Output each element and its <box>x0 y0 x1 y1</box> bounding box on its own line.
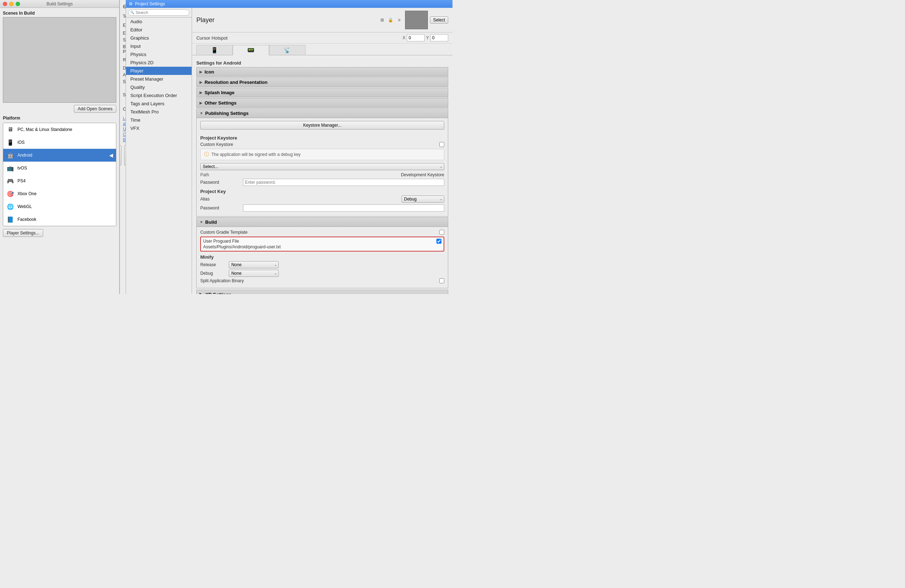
custom-keystore-checkbox[interactable] <box>439 142 444 147</box>
release-select[interactable]: None ProGuard Gradle <box>229 261 279 268</box>
sidebar-item-vfx[interactable]: VFX <box>126 124 192 132</box>
custom-keystore-row: Custom Keystore <box>200 142 444 147</box>
keystore-manager-button[interactable]: Keystore Manager... <box>200 121 444 130</box>
platform-item-ios[interactable]: 📱 iOS <box>3 136 116 149</box>
custom-gradle-label: Custom Gradle Template <box>200 230 437 235</box>
etc2-fallback-label: ETC2 fallback <box>123 23 126 28</box>
other-settings-header[interactable]: ▶ Other Settings <box>196 98 448 108</box>
platform-item-ps4[interactable]: 🎮 PS4 <box>3 174 116 187</box>
resolution-section-header[interactable]: ▶ Resolution and Presentation <box>196 78 448 87</box>
development-build-label: Development Build <box>123 66 126 71</box>
sidebar-item-audio[interactable]: Audio <box>126 17 192 26</box>
minimize-btn[interactable] <box>9 2 14 6</box>
xr-settings-section[interactable]: ▶ XR Settings <box>196 290 448 294</box>
platform-tab-android[interactable]: 📟 <box>233 45 269 55</box>
split-app-binary-label: Split Application Binary <box>200 278 437 283</box>
platform-item-pc[interactable]: 🖥 PC, Mac & Linux Standalone <box>3 123 116 136</box>
tvos-icon: 📺 <box>6 164 14 172</box>
sidebar-item-graphics[interactable]: Graphics <box>126 34 192 42</box>
resolution-section: ▶ Resolution and Presentation <box>196 78 448 87</box>
player-header: Player ⊞ 🔒 ≡ Select <box>192 8 452 32</box>
lock-icon[interactable]: 🔒 <box>387 16 394 24</box>
custom-gradle-checkbox[interactable] <box>439 230 444 235</box>
cursor-hotspot-x-input[interactable] <box>407 34 425 41</box>
platform-label-ios: iOS <box>17 140 113 145</box>
window-controls <box>3 2 20 6</box>
key-password-input[interactable] <box>243 204 444 212</box>
debug-select-wrapper: None ProGuard Gradle <box>229 270 279 277</box>
sidebar-item-player[interactable]: Player <box>126 67 192 75</box>
android-settings-panel: 🤖 Android Texture Compression Don't over… <box>119 0 126 294</box>
password-row: Password <box>200 179 444 186</box>
sidebar-item-input[interactable]: Input <box>126 42 192 50</box>
sidebar-item-physics2d[interactable]: Physics 2D <box>126 59 192 67</box>
menu-icon[interactable]: ≡ <box>396 16 403 24</box>
xr-settings-label: XR Settings <box>205 292 231 294</box>
release-label: Release <box>200 262 229 267</box>
webgl-icon: 🌐 <box>6 202 14 211</box>
platform-item-xboxone[interactable]: 🎯 Xbox One <box>3 187 116 200</box>
sidebar-item-script-execution-order[interactable]: Script Execution Order <box>126 91 192 100</box>
sidebar-item-textmesh-pro[interactable]: TextMesh Pro <box>126 108 192 116</box>
platform-item-webgl[interactable]: 🌐 WebGL <box>3 200 116 213</box>
search-input[interactable] <box>128 9 189 16</box>
icon-section: ▶ Icon <box>196 67 448 77</box>
android-icon: 🤖 <box>6 151 14 160</box>
maximize-btn[interactable] <box>16 2 20 6</box>
password-label: Password <box>200 180 243 185</box>
scenes-area <box>3 17 116 103</box>
icon-section-header[interactable]: ▶ Icon <box>196 67 448 77</box>
project-settings-title: Project Settings <box>135 2 165 6</box>
sidebar-item-time[interactable]: Time <box>126 116 192 124</box>
build-app-bundle-label: Build App Bundle (Google Play) <box>123 44 126 54</box>
y-label: Y <box>426 35 429 40</box>
build-button[interactable]: Build <box>119 145 121 166</box>
scenes-in-build-label: Scenes In Build <box>3 11 116 16</box>
user-proguard-checkbox[interactable] <box>437 239 441 244</box>
add-open-scenes-button[interactable]: Add Open Scenes <box>74 105 116 113</box>
sidebar-item-preset-manager[interactable]: Preset Manager <box>126 75 192 83</box>
compression-method-label: Compression Method <box>123 107 126 112</box>
close-btn[interactable] <box>3 2 7 6</box>
facebook-icon: 📘 <box>6 215 14 224</box>
export-project-label: Export Project <box>123 31 126 36</box>
path-row: Path Development Keystore <box>200 172 444 178</box>
platform-tab-mobile[interactable]: 📱 <box>196 45 233 55</box>
sidebar-item-physics[interactable]: Physics <box>126 50 192 59</box>
select-button[interactable]: Select <box>430 16 448 24</box>
sidebar-item-tags-and-layers[interactable]: Tags and Layers <box>126 100 192 108</box>
player-settings-main: Player ⊞ 🔒 ≡ Select Cursor Hotspot X <box>192 8 452 294</box>
platform-label-xboxone: Xbox One <box>17 191 113 196</box>
sidebar-item-editor[interactable]: Editor <box>126 26 192 34</box>
platform-label-pc: PC, Mac & Linux Standalone <box>17 127 113 132</box>
splash-label: Splash Image <box>205 90 235 95</box>
platform-list: 🖥 PC, Mac & Linux Standalone 📱 iOS 🤖 And… <box>3 123 116 226</box>
splash-section-header[interactable]: ▶ Splash Image <box>196 88 448 97</box>
platform-tab-other[interactable]: 📡 <box>269 45 305 55</box>
alias-select[interactable]: Debug <box>402 195 444 203</box>
platform-label: Platform <box>3 116 116 120</box>
platform-label-webgl: WebGL <box>17 204 113 209</box>
platform-item-facebook[interactable]: 📘 Facebook <box>3 213 116 226</box>
password-input[interactable] <box>243 179 444 186</box>
run-device-label: Run Device <box>123 57 126 62</box>
other-settings-label: Other Settings <box>205 100 237 106</box>
project-key-header: Project Key <box>200 189 444 194</box>
platform-item-android[interactable]: 🤖 Android ◀ <box>3 149 116 162</box>
player-settings-button[interactable]: Player Settings... <box>3 229 43 237</box>
cloud-build-link[interactable]: Learn about Unity Cloud Build <box>123 116 126 143</box>
cursor-hotspot-y-input[interactable] <box>430 34 448 41</box>
split-app-binary-checkbox[interactable] <box>439 278 444 283</box>
keystore-select-wrapper: Select... <box>200 163 444 170</box>
build-section-header[interactable]: ▼ Build <box>196 217 448 227</box>
sidebar-item-quality[interactable]: Quality <box>126 83 192 91</box>
keystore-select[interactable]: Select... <box>200 163 444 170</box>
publishing-section-header[interactable]: ▼ Publishing Settings <box>196 108 448 118</box>
ios-icon: 📱 <box>6 138 14 147</box>
settings-sections: Settings for Android ▶ Icon ▶ Resolution… <box>192 55 452 294</box>
debug-select[interactable]: None ProGuard Gradle <box>229 270 279 277</box>
layout-icon[interactable]: ⊞ <box>379 16 386 24</box>
key-password-label: Password <box>200 206 243 211</box>
platform-item-tvos[interactable]: 📺 tvOS <box>3 162 116 174</box>
alias-select-wrapper: Debug <box>402 195 444 203</box>
